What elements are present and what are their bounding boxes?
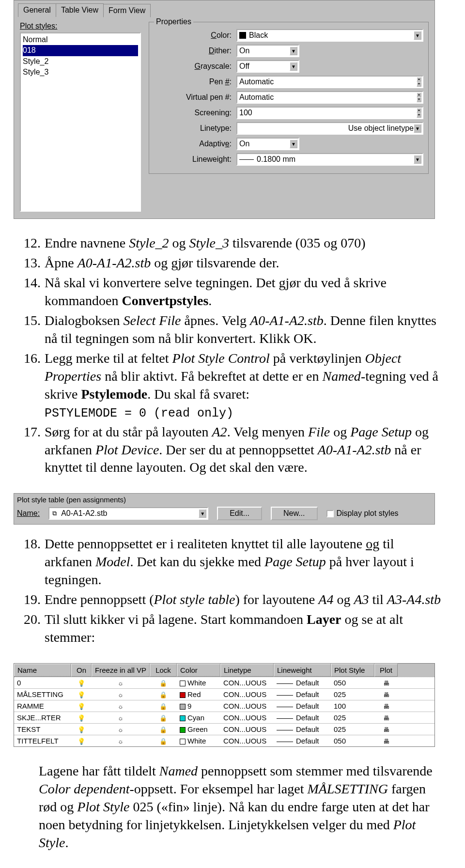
chevron-down-icon[interactable]: ▼ (290, 62, 297, 71)
chevron-down-icon[interactable]: ▼ (414, 31, 421, 40)
spinner[interactable]: ▲▼ (417, 108, 421, 118)
lock-icon[interactable]: 🔒 (159, 680, 167, 687)
lineweight-combo[interactable]: 0.1800 mm ▼ (236, 153, 423, 166)
cell-name: TEKST (14, 724, 71, 735)
chevron-down-icon[interactable]: ▼ (199, 509, 206, 518)
col-linetype[interactable]: Linetype (220, 664, 274, 677)
table-row[interactable]: TEKST💡☼🔒GreenCON...UOUSDefault025🖶 (14, 723, 434, 735)
grayscale-value: Off (239, 62, 290, 71)
adaptive-label: Adaptive: (154, 140, 236, 148)
vpen-combo[interactable]: Automatic ▲▼ (236, 91, 423, 104)
sun-icon[interactable]: ☼ (118, 726, 124, 733)
chevron-down-icon[interactable]: ▼ (290, 140, 297, 148)
step-num: 17. (20, 423, 45, 477)
col-name[interactable]: Name (14, 664, 71, 677)
table-row[interactable]: SKJE...RTER💡☼🔒CyanCON...UOUSDefault025🖶 (14, 712, 434, 723)
cell-plotstyle: 025 (331, 712, 374, 723)
sun-icon[interactable]: ☼ (118, 714, 124, 722)
chevron-down-icon[interactable]: ▼ (414, 155, 421, 164)
col-plotstyle[interactable]: Plot Style (331, 664, 374, 677)
lock-icon[interactable]: 🔒 (159, 738, 167, 745)
printer-icon[interactable]: 🖶 (383, 726, 389, 733)
tab-table-view[interactable]: Table View (56, 3, 104, 17)
color-swatch-icon (180, 681, 186, 686)
linetype-combo[interactable]: Use object linetype ▼ (236, 122, 423, 135)
printer-icon[interactable]: 🖶 (383, 703, 389, 710)
grayscale-combo[interactable]: Off ▼ (236, 60, 299, 73)
color-label: Color: (154, 31, 236, 40)
spinner[interactable]: ▲▼ (417, 93, 421, 102)
cell-color: White (177, 677, 220, 688)
list-item[interactable]: Style_2 (23, 56, 138, 67)
lock-icon[interactable]: 🔒 (159, 714, 167, 722)
dither-combo[interactable]: On ▼ (236, 45, 299, 57)
printer-icon[interactable]: 🖶 (383, 680, 389, 687)
color-value: Black (249, 31, 414, 40)
lock-icon[interactable]: 🔒 (159, 703, 167, 710)
table-row[interactable]: RAMME💡☼🔒9CON...UOUSDefault100🖶 (14, 700, 434, 712)
screening-input[interactable]: 100 ▲▼ (236, 107, 423, 119)
table-row[interactable]: MÅLSETTING💡☼🔒RedCON...UOUSDefault025🖶 (14, 688, 434, 700)
printer-icon[interactable]: 🖶 (383, 714, 389, 722)
col-freeze[interactable]: Freeze in all VP (92, 664, 150, 677)
color-combo[interactable]: Black ▼ (236, 29, 423, 42)
bulb-icon[interactable]: 💡 (78, 726, 85, 733)
list-item[interactable]: Style_3 (23, 67, 138, 78)
lineweight-value: 0.1800 mm (257, 155, 414, 164)
col-plot[interactable]: Plot (374, 664, 398, 677)
cell-name: 0 (14, 677, 71, 688)
lineweight-line-icon (277, 695, 293, 696)
new-button[interactable]: New... (271, 507, 317, 520)
tab-general[interactable]: General (18, 3, 56, 17)
step-num: 14. (20, 274, 45, 310)
bulb-icon[interactable]: 💡 (78, 714, 85, 722)
cell-color: Red (177, 689, 220, 700)
col-on[interactable]: On (71, 664, 92, 677)
cell-name: TITTELFELT (14, 735, 71, 746)
printer-icon[interactable]: 🖶 (383, 691, 389, 698)
display-plot-styles-checkbox[interactable]: Display plot styles (326, 509, 399, 518)
pen-combo[interactable]: Automatic ▲▼ (236, 76, 423, 88)
step-num: 20. (20, 611, 45, 647)
adaptive-combo[interactable]: On ▼ (236, 138, 299, 150)
table-row[interactable]: 0💡☼🔒WhiteCON...UOUSDefault050🖶 (14, 677, 434, 688)
table-row[interactable]: TITTELFELT💡☼🔒WhiteCON...UOUSDefault050🖶 (14, 735, 434, 746)
lock-icon[interactable]: 🔒 (159, 726, 167, 733)
list-item[interactable]: Normal (23, 34, 138, 45)
step-text: Åpne A0-A1-A2.stb og gjør tilsvarende de… (45, 254, 445, 272)
step-num: 12. (20, 234, 45, 252)
chevron-down-icon[interactable]: ▼ (290, 46, 297, 55)
step-text: Endre pennoppsett (Plot style table) for… (45, 591, 445, 609)
bulb-icon[interactable]: 💡 (78, 691, 85, 698)
col-lineweight[interactable]: Lineweight (274, 664, 331, 677)
bulb-icon[interactable]: 💡 (78, 738, 85, 745)
sun-icon[interactable]: ☼ (118, 738, 124, 745)
color-swatch-icon (180, 715, 186, 721)
pstable-name-combo[interactable]: ⧉ A0-A1-A2.stb ▼ (48, 507, 208, 520)
sun-icon[interactable]: ☼ (118, 703, 124, 710)
printer-icon[interactable]: 🖶 (383, 738, 389, 745)
layer-table-header: Name On Freeze in all VP Lock Color Line… (14, 664, 434, 677)
chevron-down-icon[interactable]: ▼ (414, 124, 421, 133)
plot-styles-listbox[interactable]: Normal 018 Style_2 Style_3 (20, 32, 141, 212)
lock-icon[interactable]: 🔒 (159, 691, 167, 698)
sun-icon[interactable]: ☼ (118, 680, 124, 687)
sun-icon[interactable]: ☼ (118, 691, 124, 698)
tab-form-view[interactable]: Form View (103, 4, 151, 17)
cell-plotstyle: 100 (331, 700, 374, 712)
adaptive-value: On (239, 140, 290, 148)
cell-plotstyle: 025 (331, 724, 374, 735)
step-num: 13. (20, 254, 45, 272)
color-swatch-icon (180, 739, 186, 744)
screening-label: Screening: (154, 108, 236, 117)
step-text: Til slutt kikker vi på lagene. Start kom… (45, 611, 445, 647)
bulb-icon[interactable]: 💡 (78, 680, 85, 687)
list-item[interactable]: 018 (23, 45, 138, 56)
edit-button[interactable]: Edit... (217, 507, 262, 520)
vpen-label: Virtual pen #: (154, 93, 236, 102)
color-swatch-icon (180, 704, 186, 710)
bulb-icon[interactable]: 💡 (78, 703, 85, 710)
spinner[interactable]: ▲▼ (417, 77, 421, 87)
col-lock[interactable]: Lock (150, 664, 177, 677)
col-color[interactable]: Color (177, 664, 220, 677)
